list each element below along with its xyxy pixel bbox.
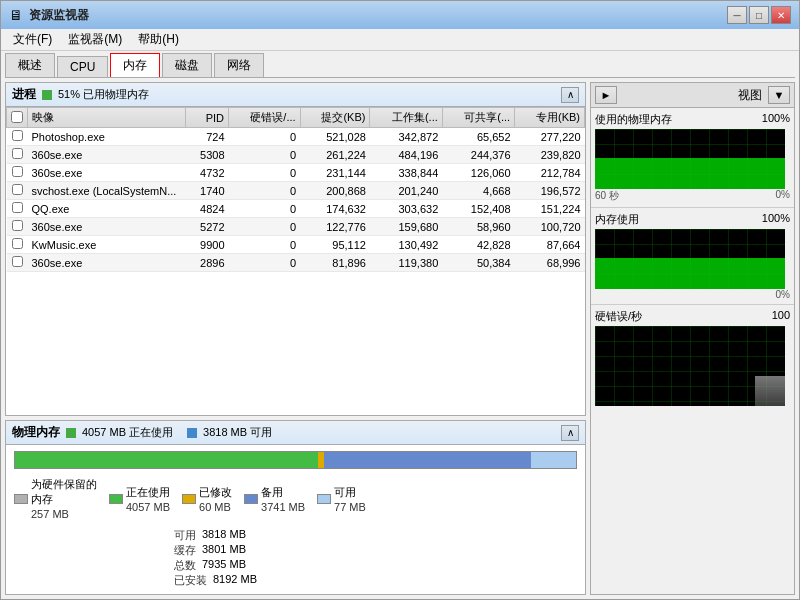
tab-disk[interactable]: 磁盘 — [162, 53, 212, 77]
bar-free — [531, 452, 576, 468]
bar-standby — [324, 452, 532, 468]
process-title: 进程 — [12, 86, 36, 103]
tab-bar: 概述 CPU 内存 磁盘 网络 — [1, 51, 799, 77]
memory-status-used: 4057 MB 正在使用 — [82, 425, 173, 440]
chart-bottom-row-2: 0% — [595, 289, 790, 300]
tab-cpu[interactable]: CPU — [57, 56, 108, 77]
bar-hardware — [15, 452, 37, 468]
chart-time-row: 60 秒 0% — [595, 189, 790, 203]
legend-modified-label: 已修改 — [199, 485, 232, 500]
legend-standby-color — [244, 494, 258, 504]
memory-usage-chart-section: 内存使用 100% 0% — [591, 208, 794, 305]
legend-hardware-label2: 内存 — [31, 492, 97, 507]
main-window: 🖥 资源监视器 ─ □ ✕ 文件(F) 监视器(M) 帮助(H) 概述 CPU … — [0, 0, 800, 600]
table-row[interactable]: 360se.exe53080261,224484,196244,376239,8… — [7, 146, 585, 164]
memory-legend: 为硬件保留的 内存 257 MB 正在使用 4057 MB — [6, 473, 585, 524]
menu-bar: 文件(F) 监视器(M) 帮助(H) — [1, 29, 799, 51]
expand-panel-button[interactable]: ► — [595, 86, 617, 104]
legend-hardware-label: 为硬件保留的 — [31, 477, 97, 492]
chart-fill-2 — [595, 258, 785, 289]
physical-memory-label: 使用的物理内存 — [595, 112, 672, 127]
memory-usage-chart — [595, 229, 785, 289]
mem-installed-label: 已安装 — [174, 573, 207, 588]
col-private[interactable]: 专用(KB) — [515, 108, 585, 128]
main-content: 进程 51% 已用物理内存 ∧ 映像 PID 硬错误/... — [1, 78, 799, 599]
legend-free: 可用 77 MB — [317, 477, 366, 520]
table-row[interactable]: svchost.exe (LocalSystemN...17400200,868… — [7, 182, 585, 200]
monitor-menu[interactable]: 监视器(M) — [60, 29, 130, 50]
legend-modified-value: 60 MB — [199, 501, 232, 513]
mem-available-label: 可用 — [174, 528, 196, 543]
legend-standby-value: 3741 MB — [261, 501, 305, 513]
legend-free-label: 可用 — [334, 485, 366, 500]
hard-fault-chart-section: 硬错误/秒 100 — [591, 305, 794, 594]
legend-used-label: 正在使用 — [126, 485, 170, 500]
table-row[interactable]: Photoshop.exe7240521,028342,87265,652277… — [7, 128, 585, 146]
table-row[interactable]: KwMusic.exe9900095,112130,49242,82887,66… — [7, 236, 585, 254]
memory-title: 物理内存 — [12, 424, 60, 441]
legend-free-value: 77 MB — [334, 501, 366, 513]
mem-available-value: 3818 MB — [202, 528, 246, 543]
mem-total-row: 总数 7935 MB — [174, 558, 577, 573]
chart-bottom-pct: 0% — [776, 189, 790, 203]
hard-fault-chart-title: 硬错误/秒 100 — [595, 309, 790, 324]
help-menu[interactable]: 帮助(H) — [130, 29, 187, 50]
tab-overview[interactable]: 概述 — [5, 53, 55, 77]
col-commit[interactable]: 提交(KB) — [300, 108, 370, 128]
right-panel-controls: 视图 ▼ — [738, 86, 790, 104]
process-table-scroll[interactable]: 映像 PID 硬错误/... 提交(KB) 工作集(... 可共享(... 专用… — [6, 107, 585, 272]
mem-available-row: 可用 3818 MB — [174, 528, 577, 543]
mem-installed-row: 已安装 8192 MB — [174, 573, 577, 588]
tab-network[interactable]: 网络 — [214, 53, 264, 77]
hard-fault-chart — [595, 326, 785, 406]
tab-memory[interactable]: 内存 — [110, 53, 160, 77]
table-row[interactable]: 360se.exe47320231,144338,844126,060212,7… — [7, 164, 585, 182]
col-workset[interactable]: 工作集(... — [370, 108, 442, 128]
hard-fault-pct: 100 — [772, 309, 790, 324]
mem-cached-value: 3801 MB — [202, 543, 246, 558]
legend-standby-label: 备用 — [261, 485, 305, 500]
maximize-button[interactable]: □ — [749, 6, 769, 24]
mem-cached-row: 缓存 3801 MB — [174, 543, 577, 558]
right-panel: ► 视图 ▼ 使用的物理内存 100% 60 秒 0% — [590, 82, 795, 595]
memory-blue-dot — [187, 428, 197, 438]
physical-memory-pct: 100% — [762, 112, 790, 127]
minimize-button[interactable]: ─ — [727, 6, 747, 24]
chart-time-label: 60 秒 — [595, 189, 619, 203]
mem-total-label: 总数 — [174, 558, 196, 573]
memory-usage-chart-title: 内存使用 100% — [595, 212, 790, 227]
view-label: 视图 — [738, 87, 762, 104]
mem-cached-label: 缓存 — [174, 543, 196, 558]
file-menu[interactable]: 文件(F) — [5, 29, 60, 50]
memory-collapse-button[interactable]: ∧ — [561, 425, 579, 441]
table-row[interactable]: QQ.exe48240174,632303,632152,408151,224 — [7, 200, 585, 218]
close-button[interactable]: ✕ — [771, 6, 791, 24]
table-row[interactable]: 360se.exe2896081,896119,38050,38468,996 — [7, 254, 585, 272]
col-shareable[interactable]: 可共享(... — [442, 108, 514, 128]
legend-modified: 已修改 60 MB — [182, 477, 232, 520]
legend-modified-color — [182, 494, 196, 504]
memory-green-dot — [66, 428, 76, 438]
col-hard-faults[interactable]: 硬错误/... — [229, 108, 301, 128]
mem-installed-value: 8192 MB — [213, 573, 257, 588]
memory-header: 物理内存 4057 MB 正在使用 3818 MB 可用 ∧ — [6, 421, 585, 445]
title-bar: 🖥 资源监视器 ─ □ ✕ — [1, 1, 799, 29]
legend-used-value: 4057 MB — [126, 501, 170, 513]
col-pid[interactable]: PID — [186, 108, 229, 128]
legend-hardware: 为硬件保留的 内存 257 MB — [14, 477, 97, 520]
legend-used: 正在使用 4057 MB — [109, 477, 170, 520]
chart-bottom-pct-2: 0% — [776, 289, 790, 300]
window-title: 资源监视器 — [29, 7, 89, 24]
physical-memory-chart — [595, 129, 785, 189]
table-row[interactable]: 360se.exe52720122,776159,68058,960100,72… — [7, 218, 585, 236]
right-panel-header: ► 视图 ▼ — [591, 83, 794, 108]
process-table-body: Photoshop.exe7240521,028342,87265,652277… — [7, 128, 585, 272]
legend-free-color — [317, 494, 331, 504]
window-icon: 🖥 — [9, 7, 23, 23]
process-collapse-button[interactable]: ∧ — [561, 87, 579, 103]
table-header-row: 映像 PID 硬错误/... 提交(KB) 工作集(... 可共享(... 专用… — [7, 108, 585, 128]
memory-status-avail: 3818 MB 可用 — [203, 425, 272, 440]
memory-details: 可用 3818 MB 缓存 3801 MB 总数 7935 MB 已安装 — [6, 524, 585, 594]
col-image[interactable]: 映像 — [28, 108, 186, 128]
view-dropdown-button[interactable]: ▼ — [768, 86, 790, 104]
